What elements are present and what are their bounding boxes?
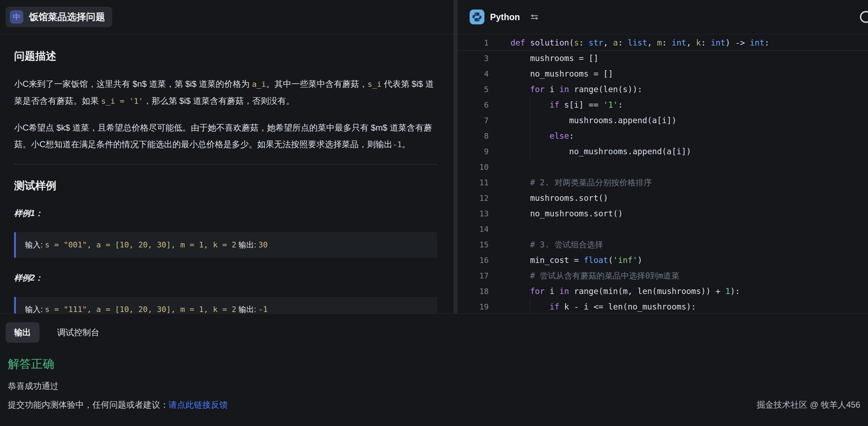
line-number: 9 — [458, 147, 493, 156]
examples-list: 样例1：输入: s = "001", a = [10, 20, 30], m =… — [14, 208, 437, 313]
code-content: # 2. 对两类菜品分别按价格排序 — [493, 177, 652, 188]
feedback-link[interactable]: 请点此链接反馈 — [169, 400, 228, 409]
indent-guide — [530, 299, 530, 313]
text-run: 小C希望点 $k$ 道菜，且希望总价格尽可能低。由于她不喜欢蘑菇，她希望所点的菜… — [14, 123, 432, 149]
example-output-value: 30 — [258, 240, 268, 249]
example-output-label: 输出: — [236, 240, 258, 249]
code-line[interactable]: 5 for i in range(len(s)): — [458, 82, 868, 97]
code-line[interactable]: 15 # 3. 尝试组合选择 — [458, 237, 868, 252]
code-content: # 尝试从含有蘑菇的菜品中选择0到m道菜 — [493, 270, 679, 281]
code-content: for i in range(len(s)): — [493, 85, 642, 94]
line-number: 19 — [458, 302, 493, 311]
code-content: no_mushrooms.sort() — [493, 209, 623, 218]
line-number: 17 — [458, 271, 493, 280]
text-run: ，那么第 $i$ 道菜含有蘑菇，否则没有。 — [143, 96, 294, 106]
watermark: 掘金技术社区 @ 牧羊人456 — [757, 399, 860, 410]
code-content: no_mushrooms.append(a[i]) — [493, 147, 691, 156]
code-line[interactable]: 9 no_mushrooms.append(a[i]) — [458, 144, 868, 159]
code-editor[interactable]: 1def solution(s: str, a: list, m: int, k… — [458, 34, 868, 313]
code-content: def solution(s: str, a: list, m: int, k:… — [493, 38, 769, 47]
indent-guide — [530, 97, 530, 159]
text-run: 。其中一些菜中含有蘑菇， — [266, 79, 368, 89]
code-content: mushrooms.sort() — [493, 193, 608, 203]
code-line[interactable]: 8 else: — [458, 128, 868, 144]
line-number: 15 — [458, 240, 493, 249]
code-line[interactable]: 10 — [458, 159, 868, 175]
line-number: 1 — [458, 38, 493, 47]
problem-title-chip: 中 饭馆菜品选择问题 — [6, 7, 112, 27]
line-number: 3 — [458, 54, 493, 63]
code-line[interactable]: 19 if k - i <= len(no_mushrooms): — [458, 299, 868, 313]
line-number: 13 — [458, 209, 493, 218]
tab-output[interactable]: 输出 — [6, 322, 39, 343]
example-code-block: 输入: s = "111", a = [10, 20, 30], m = 1, … — [14, 297, 437, 313]
language-label[interactable]: Python — [490, 12, 520, 22]
section-heading-examples: 测试样例 — [14, 179, 437, 193]
example-input-code: s = "111", a = [10, 20, 30], m = 1, k = … — [45, 305, 236, 313]
line-number: 18 — [458, 287, 493, 296]
line-number: 5 — [458, 85, 493, 94]
line-number: 10 — [458, 163, 493, 172]
problem-title: 饭馆菜品选择问题 — [29, 11, 105, 23]
section-divider — [14, 164, 437, 164]
problem-panel: 中 饭馆菜品选择问题 问题描述 小C来到了一家饭馆，这里共有 $n$ 道菜，第 … — [0, 0, 453, 313]
code-line[interactable]: 14 — [458, 221, 868, 237]
reset-icon[interactable] — [858, 9, 868, 26]
console-tabs: 输出调试控制台 — [6, 322, 868, 343]
text-run: 小C来到了一家饭馆，这里共有 $n$ 道菜，第 $i$ 道菜的价格为 — [14, 79, 252, 89]
example-label: 样例1： — [14, 208, 437, 219]
code-content: if s[i] == '1': — [493, 100, 623, 109]
swap-language-icon[interactable] — [529, 12, 540, 22]
code-content: mushrooms = [] — [493, 54, 598, 63]
result-status: 解答正确 — [8, 356, 868, 372]
fold-divider — [458, 50, 868, 51]
feedback-text: 提交功能内测体验中，任何问题或者建议：请点此链接反馈 — [8, 399, 228, 410]
line-number: 8 — [458, 132, 493, 140]
description-paragraph-2: 小C希望点 $k$ 道菜，且希望总价格尽可能低。由于她不喜欢蘑菇，她希望所点的菜… — [14, 119, 437, 153]
line-number: 16 — [458, 256, 493, 265]
line-number: 11 — [458, 178, 493, 187]
example-output-value: -1 — [258, 305, 268, 313]
problem-header: 中 饭馆菜品选择问题 — [0, 0, 453, 34]
example-code-block: 输入: s = "001", a = [10, 20, 30], m = 1, … — [14, 232, 437, 258]
code-line[interactable]: 4 no_mushrooms = [] — [458, 66, 868, 82]
panel-divider[interactable] — [453, 0, 458, 313]
tab-debug-console[interactable]: 调试控制台 — [49, 322, 108, 343]
inline-code: -1 — [392, 140, 402, 149]
code-line[interactable]: 6 if s[i] == '1': — [458, 97, 868, 113]
line-number: 4 — [458, 70, 493, 78]
code-content: # 3. 尝试组合选择 — [493, 239, 603, 250]
code-line[interactable]: 11 # 2. 对两类菜品分别按价格排序 — [458, 175, 868, 190]
code-line[interactable]: 7 mushrooms.append(a[i]) — [458, 113, 868, 128]
example-label: 样例2： — [14, 272, 437, 283]
problem-content: 问题描述 小C来到了一家饭馆，这里共有 $n$ 道菜，第 $i$ 道菜的价格为 … — [0, 49, 453, 313]
feedback-text-label: 提交功能内测体验中，任何问题或者建议： — [8, 400, 169, 409]
inline-code: s_i — [368, 80, 382, 89]
difficulty-badge: 中 — [10, 10, 23, 24]
code-content: if k - i <= len(no_mushrooms): — [493, 302, 696, 311]
code-content: min_cost = float('inf') — [493, 256, 642, 265]
editor-header: Python — [458, 0, 868, 34]
inline-code: s_i = '1' — [101, 97, 143, 106]
code-line[interactable]: 17 # 尝试从含有蘑菇的菜品中选择0到m道菜 — [458, 268, 868, 283]
code-line[interactable]: 13 no_mushrooms.sort() — [458, 206, 868, 221]
python-logo-glyph — [472, 12, 482, 22]
code-line[interactable]: 16 min_cost = float('inf') — [458, 252, 868, 268]
line-number: 14 — [458, 225, 493, 234]
code-content: else: — [493, 131, 574, 140]
code-content: mushrooms.append(a[i]) — [493, 116, 677, 125]
code-line[interactable]: 3 mushrooms = [] — [458, 50, 868, 66]
code-lines[interactable]: 1def solution(s: str, a: list, m: int, k… — [458, 35, 868, 313]
example-input-label: 输入: — [25, 305, 45, 313]
code-line[interactable]: 1def solution(s: str, a: list, m: int, k… — [458, 35, 868, 50]
line-number: 12 — [458, 194, 493, 203]
code-line[interactable]: 18 for i in range(min(m, len(mushrooms))… — [458, 283, 868, 299]
code-content: for i in range(min(m, len(mushrooms)) + … — [493, 287, 740, 296]
code-line[interactable]: 12 mushrooms.sort() — [458, 190, 868, 206]
example-output-label: 输出: — [236, 305, 258, 313]
line-number: 7 — [458, 116, 493, 125]
description-paragraph-1: 小C来到了一家饭馆，这里共有 $n$ 道菜，第 $i$ 道菜的价格为 a_i。其… — [14, 76, 437, 109]
text-run: 。 — [402, 139, 410, 149]
result-message: 恭喜成功通过 — [8, 380, 868, 392]
python-icon[interactable] — [470, 10, 484, 24]
